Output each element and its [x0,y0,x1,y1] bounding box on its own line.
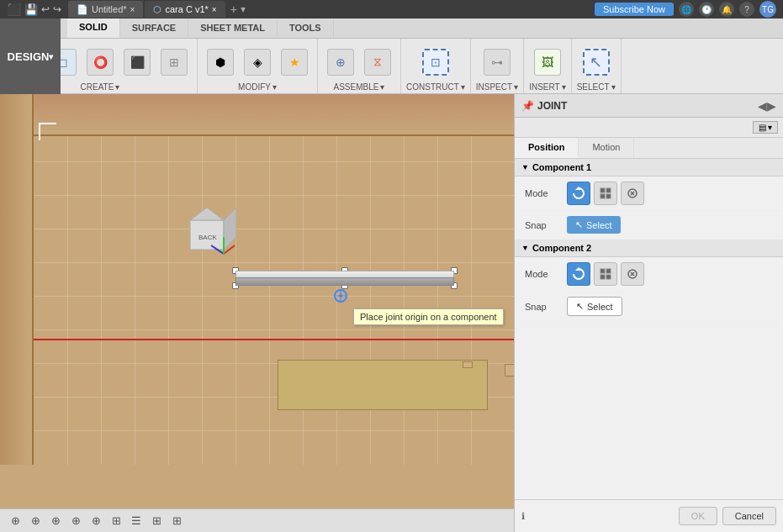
component2-mode-label: Mode [525,269,567,279]
insert-label: INSERT [529,82,560,92]
svg-rect-14 [600,194,605,198]
component1-mode-btn-2[interactable] [594,182,617,205]
mini-bar-dropdown-icon[interactable]: ▾ [768,123,772,132]
inspect-arrow[interactable]: ▾ [514,82,518,92]
panel-content: ▼ Component 1 Mode [515,159,783,499]
grid-line [235,136,236,465]
undo-icon[interactable]: ↩ [41,3,50,15]
viewport[interactable]: Place joint origin on a component BACK [0,94,514,465]
bottom-icon-3[interactable]: ⊕ [47,513,64,529]
bottom-icon-5[interactable]: ⊕ [87,513,104,529]
bottom-icon-4[interactable]: ⊕ [67,513,84,529]
construct-arrow[interactable]: ▾ [461,82,465,92]
save-icon[interactable]: 💾 [24,3,38,16]
modify-btn-1[interactable]: ⬢ [203,46,238,78]
tab-cara[interactable]: ⬡ cara C v1* × [145,1,225,18]
modify-btn-3[interactable]: ★ [277,46,312,78]
create-arrow[interactable]: ▾ [115,82,119,92]
create-btn-3[interactable]: ⭕ [82,46,118,78]
ribbon-tabs: SOLID SURFACE SHEET METAL TOOLS [0,18,783,39]
component1-mode-btn-1[interactable] [567,182,590,205]
component1-select-button[interactable]: ↖ Select [567,216,621,234]
mini-bar-icon: ▤ [759,123,766,132]
component1-mode-btn-3[interactable] [621,182,644,205]
bottom-bar: ⊕ ⊕ ⊕ ⊕ ⊕ ⊞ ☰ ⊞ ⊞ [0,508,514,532]
modify-label: MODIFY [238,82,271,92]
footer-info: ℹ [521,511,525,522]
create-btn-5[interactable]: ⊞ [156,46,192,78]
back-wall [34,94,514,136]
component1-section[interactable]: ▼ Component 1 [515,159,783,176]
tab-sheet-metal[interactable]: SHEET METAL [188,18,278,38]
modify-btn-2[interactable]: ◈ [240,46,275,78]
tab-position[interactable]: Position [515,138,579,158]
corner-bracket [35,119,61,145]
ribbon-group-select: ↖ SELECT ▾ [572,39,622,93]
component2-mode-btn-3[interactable] [621,262,644,286]
tab-tools[interactable]: TOOLS [278,18,334,38]
bottom-icon-6[interactable]: ⊞ [108,513,124,529]
grid-line [101,136,102,465]
component2-section[interactable]: ▼ Component 2 [515,240,783,257]
component1-snap-label: Snap [525,220,567,230]
select-btn-1[interactable]: ↖ [579,46,614,78]
clock-icon[interactable]: 🕐 [699,2,714,17]
joint-tooltip: Place joint origin on a component [353,308,504,325]
top-bar-tabs: 📄 Untitled* × ⬡ cara C v1* × + ▾ [68,1,246,18]
panel-expand-icon[interactable]: ◀▶ [758,99,776,113]
ribbon-group-construct: ⊡ CONSTRUCT ▾ [401,39,471,93]
help-icon[interactable]: ? [739,2,754,17]
bottom-icon-1[interactable]: ⊕ [7,513,24,529]
construct-btn-1[interactable]: ⊡ [418,46,453,78]
ribbon-group-modify: ⬢ ◈ ★ MODIFY ▾ [198,39,318,93]
subscribe-button[interactable]: Subscribe Now [595,3,674,16]
create-btn-4[interactable]: ⬛ [119,46,155,78]
component2-mode-btn-1[interactable] [567,262,590,286]
mini-bar-view-btn[interactable]: ▤ ▾ [753,121,778,134]
component2-mode-btn-2[interactable] [594,262,617,286]
profile-icon[interactable]: 🌐 [679,2,694,17]
panel-title-text: JOINT [537,100,567,112]
insert-arrow[interactable]: ▾ [562,82,566,92]
tab-solid[interactable]: SOLID [67,18,120,38]
bottom-icon-9[interactable]: ⊞ [168,513,185,529]
avatar[interactable]: TG [759,1,776,18]
3d-bar-object[interactable] [235,271,454,286]
panel-footer: ℹ OK Cancel [515,499,783,532]
top-bar-left: ⬛ 💾 ↩ ↪ 📄 Untitled* × ⬡ cara C v1* × + ▾ [7,1,246,18]
redo-icon[interactable]: ↪ [53,3,61,15]
bell-icon[interactable]: 🔔 [719,2,734,17]
select-cursor-icon-1: ↖ [575,219,583,230]
bottom-icon-8[interactable]: ⊞ [148,513,165,529]
select-arrow[interactable]: ▾ [611,82,616,92]
grid-line [269,136,270,465]
svg-rect-15 [606,194,611,198]
bottom-icon-2[interactable]: ⊕ [27,513,44,529]
assemble-arrow[interactable]: ▾ [380,82,384,92]
component2-select-button[interactable]: ↖ Select [567,297,622,316]
nav-cube[interactable]: BACK [177,199,236,258]
modify-arrow[interactable]: ▾ [272,82,277,92]
assemble-btn-2[interactable]: ⧖ [360,46,395,78]
close-untitled-icon[interactable]: × [130,5,135,14]
ribbon: SOLID SURFACE SHEET METAL TOOLS ⬛ ◻ [0,18,783,94]
panel-topbar: 📌 JOINT ◀▶ [515,94,783,118]
inspect-label: INSPECT [476,82,512,92]
tab-untitled[interactable]: 📄 Untitled* × [68,1,143,18]
cancel-button[interactable]: Cancel [722,507,776,525]
bottom-icon-7[interactable]: ☰ [128,513,145,529]
select-cursor-icon-2: ↖ [576,301,584,312]
inspect-btn-1[interactable]: ⊶ [479,46,515,78]
tab-untitled-label: Untitled* [92,4,127,14]
insert-btn-1[interactable]: 🖼 [530,46,565,78]
ok-button[interactable]: OK [679,507,717,525]
assemble-btn-1[interactable]: ⊕ [323,46,358,78]
add-tab-icon[interactable]: + [227,3,241,16]
tab-motion[interactable]: Motion [579,138,634,158]
tab-dropdown-icon[interactable]: ▾ [241,3,246,15]
tab-surface[interactable]: SURFACE [120,18,189,38]
component1-mode-row: Mode [515,176,783,211]
close-cara-icon[interactable]: × [212,5,217,14]
component2-mode-row: Mode [515,257,783,292]
design-button[interactable]: DESIGN [0,18,61,94]
